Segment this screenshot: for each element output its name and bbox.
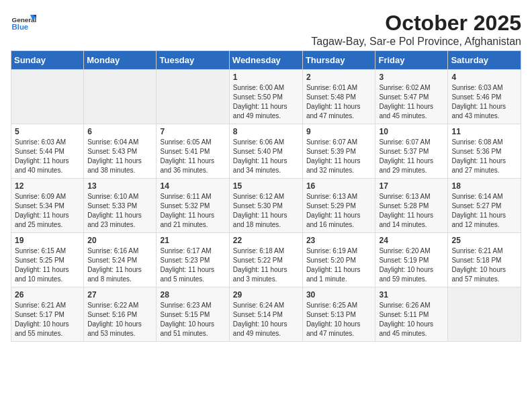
day-info: Sunrise: 6:07 AM Sunset: 5:37 PM Dayligh… <box>379 138 444 175</box>
day-info: Sunrise: 6:05 AM Sunset: 5:41 PM Dayligh… <box>160 138 225 175</box>
table-row: 8Sunrise: 6:06 AM Sunset: 5:40 PM Daylig… <box>229 124 302 179</box>
day-number: 25 <box>451 236 517 245</box>
table-row: 20Sunrise: 6:16 AM Sunset: 5:24 PM Dayli… <box>84 233 157 287</box>
day-number: 21 <box>160 236 225 245</box>
day-number: 9 <box>306 127 372 136</box>
day-number: 24 <box>379 236 444 245</box>
table-row: 28Sunrise: 6:23 AM Sunset: 5:15 PM Dayli… <box>157 287 229 342</box>
table-row: 22Sunrise: 6:18 AM Sunset: 5:22 PM Dayli… <box>229 233 302 287</box>
day-info: Sunrise: 6:14 AM Sunset: 5:27 PM Dayligh… <box>451 192 517 230</box>
table-row <box>157 70 229 124</box>
table-row: 7Sunrise: 6:05 AM Sunset: 5:41 PM Daylig… <box>157 124 229 179</box>
day-number: 5 <box>15 127 80 136</box>
calendar-table: Sunday Monday Tuesday Wednesday Thursday… <box>11 50 521 342</box>
day-info: Sunrise: 6:21 AM Sunset: 5:17 PM Dayligh… <box>15 301 80 338</box>
table-row: 24Sunrise: 6:20 AM Sunset: 5:19 PM Dayli… <box>375 233 448 287</box>
table-row <box>11 70 84 124</box>
col-saturday: Saturday <box>448 51 521 70</box>
day-info: Sunrise: 6:03 AM Sunset: 5:44 PM Dayligh… <box>15 138 80 175</box>
day-number: 28 <box>160 290 225 300</box>
day-info: Sunrise: 6:25 AM Sunset: 5:13 PM Dayligh… <box>306 301 372 338</box>
day-number: 2 <box>306 73 372 82</box>
day-number: 19 <box>15 236 80 245</box>
day-info: Sunrise: 6:15 AM Sunset: 5:25 PM Dayligh… <box>15 246 80 284</box>
day-number: 3 <box>379 73 444 82</box>
table-row: 19Sunrise: 6:15 AM Sunset: 5:25 PM Dayli… <box>11 233 84 287</box>
table-row: 6Sunrise: 6:04 AM Sunset: 5:43 PM Daylig… <box>84 124 157 179</box>
day-number: 12 <box>15 181 80 191</box>
title-area: October 2025 Tagaw-Bay, Sar-e Pol Provin… <box>311 11 521 48</box>
day-info: Sunrise: 6:12 AM Sunset: 5:30 PM Dayligh… <box>233 192 299 230</box>
day-info: Sunrise: 6:08 AM Sunset: 5:36 PM Dayligh… <box>451 138 517 175</box>
day-info: Sunrise: 6:16 AM Sunset: 5:24 PM Dayligh… <box>87 246 152 284</box>
day-info: Sunrise: 6:00 AM Sunset: 5:50 PM Dayligh… <box>233 83 299 121</box>
calendar-week-row: 19Sunrise: 6:15 AM Sunset: 5:25 PM Dayli… <box>11 233 521 287</box>
table-row <box>448 287 521 342</box>
table-row: 2Sunrise: 6:01 AM Sunset: 5:48 PM Daylig… <box>302 70 375 124</box>
col-monday: Monday <box>84 51 157 70</box>
day-number: 13 <box>87 181 152 191</box>
day-number: 27 <box>87 290 152 300</box>
day-number: 11 <box>451 127 517 136</box>
table-row: 4Sunrise: 6:03 AM Sunset: 5:46 PM Daylig… <box>448 70 521 124</box>
day-number: 30 <box>306 290 372 300</box>
table-row: 25Sunrise: 6:21 AM Sunset: 5:18 PM Dayli… <box>448 233 521 287</box>
day-number: 10 <box>379 127 444 136</box>
table-row: 29Sunrise: 6:24 AM Sunset: 5:14 PM Dayli… <box>229 287 302 342</box>
day-number: 31 <box>379 290 444 300</box>
day-number: 17 <box>379 181 444 191</box>
day-number: 20 <box>87 236 152 245</box>
day-number: 6 <box>87 127 152 136</box>
svg-text:Blue: Blue <box>12 23 29 31</box>
day-number: 4 <box>451 73 517 82</box>
day-info: Sunrise: 6:13 AM Sunset: 5:28 PM Dayligh… <box>379 192 444 230</box>
day-info: Sunrise: 6:18 AM Sunset: 5:22 PM Dayligh… <box>233 246 299 284</box>
table-row: 1Sunrise: 6:00 AM Sunset: 5:50 PM Daylig… <box>229 70 302 124</box>
day-number: 18 <box>451 181 517 191</box>
table-row: 31Sunrise: 6:26 AM Sunset: 5:11 PM Dayli… <box>375 287 448 342</box>
day-info: Sunrise: 6:01 AM Sunset: 5:48 PM Dayligh… <box>306 83 372 121</box>
day-number: 15 <box>233 181 299 191</box>
day-number: 16 <box>306 181 372 191</box>
table-row: 3Sunrise: 6:02 AM Sunset: 5:47 PM Daylig… <box>375 70 448 124</box>
table-row: 16Sunrise: 6:13 AM Sunset: 5:29 PM Dayli… <box>302 179 375 233</box>
day-info: Sunrise: 6:26 AM Sunset: 5:11 PM Dayligh… <box>379 301 444 338</box>
table-row: 30Sunrise: 6:25 AM Sunset: 5:13 PM Dayli… <box>302 287 375 342</box>
logo: General Blue <box>11 11 36 36</box>
day-info: Sunrise: 6:02 AM Sunset: 5:47 PM Dayligh… <box>379 83 444 121</box>
table-row: 21Sunrise: 6:17 AM Sunset: 5:23 PM Dayli… <box>157 233 229 287</box>
day-number: 1 <box>233 73 299 82</box>
day-number: 23 <box>306 236 372 245</box>
calendar-week-row: 12Sunrise: 6:09 AM Sunset: 5:34 PM Dayli… <box>11 179 521 233</box>
day-info: Sunrise: 6:11 AM Sunset: 5:32 PM Dayligh… <box>160 192 225 230</box>
day-info: Sunrise: 6:10 AM Sunset: 5:33 PM Dayligh… <box>87 192 152 230</box>
day-number: 8 <box>233 127 299 136</box>
calendar-week-row: 1Sunrise: 6:00 AM Sunset: 5:50 PM Daylig… <box>11 70 521 124</box>
day-info: Sunrise: 6:04 AM Sunset: 5:43 PM Dayligh… <box>87 138 152 175</box>
table-row: 26Sunrise: 6:21 AM Sunset: 5:17 PM Dayli… <box>11 287 84 342</box>
table-row: 13Sunrise: 6:10 AM Sunset: 5:33 PM Dayli… <box>84 179 157 233</box>
table-row: 27Sunrise: 6:22 AM Sunset: 5:16 PM Dayli… <box>84 287 157 342</box>
day-number: 26 <box>15 290 80 300</box>
day-info: Sunrise: 6:03 AM Sunset: 5:46 PM Dayligh… <box>451 83 517 121</box>
day-info: Sunrise: 6:09 AM Sunset: 5:34 PM Dayligh… <box>15 192 80 230</box>
table-row: 12Sunrise: 6:09 AM Sunset: 5:34 PM Dayli… <box>11 179 84 233</box>
table-row: 14Sunrise: 6:11 AM Sunset: 5:32 PM Dayli… <box>157 179 229 233</box>
page-title: October 2025 <box>311 11 521 36</box>
table-row: 5Sunrise: 6:03 AM Sunset: 5:44 PM Daylig… <box>11 124 84 179</box>
day-info: Sunrise: 6:20 AM Sunset: 5:19 PM Dayligh… <box>379 246 444 284</box>
col-sunday: Sunday <box>11 51 84 70</box>
day-info: Sunrise: 6:06 AM Sunset: 5:40 PM Dayligh… <box>233 138 299 175</box>
calendar-week-row: 5Sunrise: 6:03 AM Sunset: 5:44 PM Daylig… <box>11 124 521 179</box>
day-number: 7 <box>160 127 225 136</box>
table-row: 9Sunrise: 6:07 AM Sunset: 5:39 PM Daylig… <box>302 124 375 179</box>
page-header: General Blue October 2025 Tagaw-Bay, Sar… <box>11 11 521 48</box>
col-wednesday: Wednesday <box>229 51 302 70</box>
day-info: Sunrise: 6:17 AM Sunset: 5:23 PM Dayligh… <box>160 246 225 284</box>
day-number: 22 <box>233 236 299 245</box>
day-info: Sunrise: 6:21 AM Sunset: 5:18 PM Dayligh… <box>451 246 517 284</box>
table-row: 10Sunrise: 6:07 AM Sunset: 5:37 PM Dayli… <box>375 124 448 179</box>
table-row <box>84 70 157 124</box>
page-subtitle: Tagaw-Bay, Sar-e Pol Province, Afghanist… <box>311 36 521 48</box>
day-info: Sunrise: 6:13 AM Sunset: 5:29 PM Dayligh… <box>306 192 372 230</box>
